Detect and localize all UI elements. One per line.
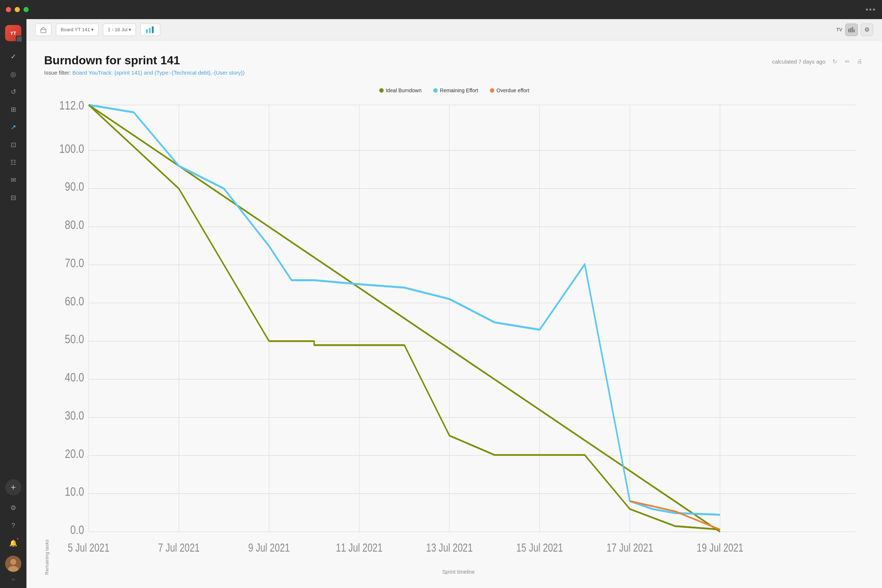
user-avatar[interactable] [5, 556, 21, 572]
svg-text:17 Jul 2021: 17 Jul 2021 [606, 542, 653, 554]
settings-button[interactable]: ⚙ [861, 24, 873, 36]
toolbar-right: TV ⚙ [836, 24, 873, 36]
sidebar-item-board[interactable]: ⊞ [5, 101, 21, 118]
chart-area: Remaining tasks [44, 99, 864, 575]
svg-text:9 Jul 2021: 9 Jul 2021 [248, 542, 290, 554]
svg-text:60.0: 60.0 [64, 294, 84, 308]
svg-text:50.0: 50.0 [64, 332, 84, 346]
remaining-dot [433, 88, 438, 93]
titlebar: ••• [0, 0, 882, 19]
svg-text:90.0: 90.0 [64, 179, 84, 194]
main-content: Board YT 141 ▾ 1 - 18 Jul ▾ TV [27, 19, 882, 588]
overdue-label: Overdue effort [496, 87, 529, 93]
filter-link[interactable]: Board YouTrack: {sprint 141} and (Type:-… [72, 69, 245, 76]
sidebar-item-layers[interactable]: ⊟ [5, 190, 21, 206]
toolbar: Board YT 141 ▾ 1 - 18 Jul ▾ TV [27, 19, 882, 40]
svg-text:0.0: 0.0 [70, 523, 84, 537]
svg-rect-4 [146, 29, 148, 33]
refresh-icon[interactable]: ↻ [830, 57, 839, 66]
toolbar-view-selector[interactable] [140, 24, 160, 36]
toolbar-date-selector[interactable]: 1 - 18 Jul ▾ [103, 24, 136, 36]
report-area: Burndown for sprint 141 calculated 7 day… [27, 40, 882, 588]
settings-icon[interactable]: ⚙ [5, 500, 21, 516]
ideal-label: Ideal Burndown [386, 87, 422, 93]
svg-text:40.0: 40.0 [64, 370, 84, 384]
legend-ideal: Ideal Burndown [379, 87, 422, 93]
svg-text:19 Jul 2021: 19 Jul 2021 [697, 542, 744, 554]
titlebar-menu[interactable]: ••• [866, 5, 876, 14]
sidebar-item-check[interactable]: ✓ [5, 48, 21, 64]
print-icon[interactable]: 🖨 [855, 57, 864, 66]
ideal-dot [379, 88, 384, 93]
report-meta: calculated 7 days ago ↻ ✏ 🖨 [772, 57, 864, 66]
svg-text:100.0: 100.0 [59, 141, 84, 156]
overdue-dot [490, 88, 494, 93]
svg-text:80.0: 80.0 [64, 218, 84, 232]
svg-text:15 Jul 2021: 15 Jul 2021 [516, 542, 563, 554]
chart-bar-icon [848, 27, 855, 32]
svg-rect-3 [41, 29, 46, 33]
svg-text:5 Jul 2021: 5 Jul 2021 [68, 542, 110, 554]
home-icon [40, 27, 46, 33]
report-title-section: Burndown for sprint 141 [44, 54, 180, 67]
chart-svg-container: 0.0 10.0 20.0 30.0 40.0 50.0 60.0 70.0 8… [52, 99, 864, 566]
issue-filter: Issue filter: Board YouTrack: {sprint 14… [44, 69, 864, 76]
svg-rect-10 [854, 29, 855, 32]
sidebar-item-apps[interactable]: ⊡ [5, 137, 21, 153]
maximize-button[interactable] [24, 7, 28, 12]
svg-text:112.0: 112.0 [59, 99, 84, 112]
svg-rect-8 [850, 28, 852, 32]
chart-inner: 0.0 10.0 20.0 30.0 40.0 50.0 60.0 70.0 8… [52, 99, 864, 575]
help-icon[interactable]: ? [5, 518, 21, 534]
sidebar-expand[interactable]: ›› [11, 576, 15, 582]
sidebar: YT ✓ ◎ ↺ ⊞ ↗ ⊡ ☷ ✉ ⊟ + ⚙ ? 🔔 ›› [0, 19, 27, 588]
app-logo[interactable]: YT [5, 25, 21, 41]
svg-rect-9 [852, 27, 854, 32]
x-axis-label: Sprint timeline [52, 569, 864, 575]
close-button[interactable] [6, 7, 11, 12]
sidebar-item-book[interactable]: ☷ [5, 154, 21, 171]
minimize-button[interactable] [15, 7, 20, 12]
report-title: Burndown for sprint 141 [44, 54, 180, 67]
svg-rect-6 [152, 27, 154, 33]
app-body: YT ✓ ◎ ↺ ⊞ ↗ ⊡ ☷ ✉ ⊟ + ⚙ ? 🔔 ›› [0, 19, 882, 588]
legend-remaining: Remaining Effort [433, 87, 478, 93]
chart-view-button[interactable] [845, 24, 858, 36]
remaining-label: Remaining Effort [440, 87, 478, 93]
tv-label: TV [836, 27, 842, 32]
calculated-label: calculated 7 days ago [772, 58, 825, 64]
sidebar-item-chart[interactable]: ↗ [5, 119, 21, 135]
svg-text:11 Jul 2021: 11 Jul 2021 [336, 542, 382, 554]
svg-point-1 [10, 559, 16, 565]
bell-icon[interactable]: 🔔 [5, 535, 21, 551]
add-button[interactable]: + [5, 479, 21, 495]
chart-legend: Ideal Burndown Remaining Effort Overdue … [44, 87, 864, 93]
sidebar-item-target[interactable]: ◎ [5, 66, 21, 82]
report-header: Burndown for sprint 141 calculated 7 day… [44, 54, 864, 67]
sidebar-item-history[interactable]: ↺ [5, 84, 21, 100]
svg-rect-7 [848, 28, 850, 32]
svg-text:10.0: 10.0 [64, 484, 84, 499]
sidebar-item-inbox[interactable]: ✉ [5, 172, 21, 188]
legend-overdue: Overdue effort [490, 87, 529, 93]
bar-chart-icon [145, 26, 156, 34]
svg-text:7 Jul 2021: 7 Jul 2021 [158, 542, 200, 554]
toolbar-board-selector[interactable]: Board YT 141 ▾ [56, 24, 99, 36]
meta-icons: ↻ ✏ 🖨 [830, 57, 864, 66]
y-axis-label: Remaining tasks [44, 99, 50, 575]
svg-text:20.0: 20.0 [64, 447, 84, 461]
toolbar-home-button[interactable] [35, 24, 51, 36]
edit-icon[interactable]: ✏ [842, 57, 852, 66]
chart-wrapper: Ideal Burndown Remaining Effort Overdue … [44, 87, 864, 575]
svg-text:70.0: 70.0 [64, 256, 84, 270]
svg-text:30.0: 30.0 [64, 408, 84, 423]
svg-rect-5 [149, 28, 151, 33]
svg-text:13 Jul 2021: 13 Jul 2021 [426, 542, 473, 554]
